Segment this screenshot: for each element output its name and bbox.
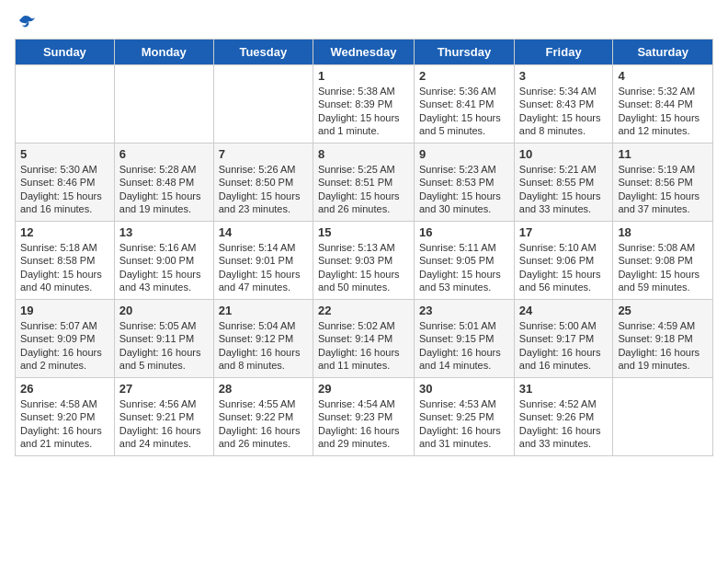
day-info-line: Daylight: 16 hours and 11 minutes. — [318, 346, 409, 373]
day-info-line: Sunrise: 4:54 AM — [318, 397, 409, 410]
day-info-line: Daylight: 15 hours and 23 minutes. — [219, 190, 308, 216]
day-info-line: Sunrise: 5:01 AM — [419, 319, 509, 332]
day-info-line: Sunset: 9:11 PM — [119, 332, 209, 345]
day-info-line: Daylight: 16 hours and 29 minutes. — [318, 424, 409, 451]
day-number: 26 — [20, 382, 109, 396]
calendar-cell-2-1: 5Sunrise: 5:30 AMSunset: 8:46 PMDaylight… — [16, 144, 115, 222]
day-info-line: Daylight: 15 hours and 59 minutes. — [618, 268, 708, 294]
day-info-line: Sunset: 9:20 PM — [20, 410, 109, 423]
calendar-cell-3-7: 18Sunrise: 5:08 AMSunset: 9:08 PMDayligh… — [613, 222, 713, 300]
day-info-line: Sunset: 9:12 PM — [219, 332, 308, 345]
day-info-line: Daylight: 16 hours and 31 minutes. — [419, 424, 509, 451]
day-info-line: Sunrise: 5:11 AM — [419, 241, 509, 254]
day-number: 9 — [419, 147, 509, 161]
day-info-line: Sunset: 9:08 PM — [618, 254, 708, 267]
calendar-cell-3-3: 14Sunrise: 5:14 AMSunset: 9:01 PMDayligh… — [213, 222, 313, 300]
day-info-line: Sunset: 8:44 PM — [618, 98, 708, 110]
day-number: 14 — [219, 225, 308, 239]
day-info-line: Sunrise: 5:08 AM — [618, 241, 708, 254]
calendar-cell-1-4: 1Sunrise: 5:38 AMSunset: 8:39 PMDaylight… — [313, 65, 414, 144]
day-number: 1 — [318, 69, 409, 83]
calendar-cell-1-7: 4Sunrise: 5:32 AMSunset: 8:44 PMDaylight… — [613, 65, 713, 144]
day-info-line: Sunrise: 5:13 AM — [318, 241, 409, 254]
day-info-line: Sunset: 9:15 PM — [419, 332, 509, 345]
day-info-line: Sunrise: 5:16 AM — [119, 241, 209, 254]
day-info-line: Sunset: 8:43 PM — [519, 98, 609, 110]
day-info-line: Sunset: 8:55 PM — [519, 176, 609, 189]
calendar-cell-3-2: 13Sunrise: 5:16 AMSunset: 9:00 PMDayligh… — [114, 222, 213, 300]
day-info-line: Daylight: 15 hours and 50 minutes. — [318, 268, 409, 294]
calendar-cell-1-5: 2Sunrise: 5:36 AMSunset: 8:41 PMDaylight… — [415, 65, 515, 144]
day-info-line: Sunset: 9:22 PM — [219, 410, 308, 423]
day-info-line: Sunrise: 5:36 AM — [419, 85, 509, 98]
day-info-line: Sunrise: 5:30 AM — [20, 163, 109, 176]
day-info-line: Sunrise: 5:23 AM — [419, 163, 509, 176]
day-info-line: Sunset: 8:41 PM — [419, 98, 509, 110]
day-number: 20 — [119, 304, 209, 317]
calendar-cell-3-6: 17Sunrise: 5:10 AMSunset: 9:06 PMDayligh… — [514, 222, 613, 300]
day-info-line: Daylight: 15 hours and 56 minutes. — [519, 268, 609, 294]
day-info-line: Sunset: 8:53 PM — [419, 176, 509, 189]
day-info-line: Daylight: 16 hours and 24 minutes. — [119, 424, 209, 451]
day-info-line: Daylight: 16 hours and 26 minutes. — [219, 424, 308, 451]
calendar-cell-2-2: 6Sunrise: 5:28 AMSunset: 8:48 PMDaylight… — [114, 144, 213, 222]
calendar-cell-4-4: 22Sunrise: 5:02 AMSunset: 9:14 PMDayligh… — [313, 300, 414, 378]
day-info-line: Daylight: 16 hours and 8 minutes. — [219, 346, 308, 373]
day-info-line: Daylight: 15 hours and 26 minutes. — [318, 190, 409, 216]
logo — [15, 15, 36, 31]
day-info-line: Sunset: 8:56 PM — [618, 176, 708, 189]
day-info-line: Sunrise: 5:32 AM — [618, 85, 708, 98]
day-info-line: Sunrise: 5:26 AM — [219, 163, 308, 176]
day-info-line: Daylight: 15 hours and 43 minutes. — [119, 268, 209, 294]
page-header — [15, 15, 713, 31]
column-header-wednesday: Wednesday — [313, 40, 414, 65]
day-info-line: Daylight: 16 hours and 5 minutes. — [119, 346, 209, 373]
column-header-friday: Friday — [514, 40, 613, 65]
day-info-line: Sunrise: 5:34 AM — [519, 85, 609, 98]
day-info-line: Sunset: 9:01 PM — [219, 254, 308, 267]
day-number: 11 — [618, 147, 708, 161]
day-info-line: Sunrise: 5:25 AM — [318, 163, 409, 176]
column-header-tuesday: Tuesday — [213, 40, 313, 65]
calendar-cell-5-2: 27Sunrise: 4:56 AMSunset: 9:21 PMDayligh… — [114, 378, 213, 456]
day-number: 18 — [618, 225, 708, 239]
calendar-cell-5-4: 29Sunrise: 4:54 AMSunset: 9:23 PMDayligh… — [313, 378, 414, 456]
day-info-line: Sunrise: 5:18 AM — [20, 241, 109, 254]
calendar-cell-4-5: 23Sunrise: 5:01 AMSunset: 9:15 PMDayligh… — [415, 300, 515, 378]
day-info-line: Daylight: 15 hours and 40 minutes. — [20, 268, 109, 294]
day-number: 6 — [119, 147, 209, 161]
day-info-line: Sunset: 9:21 PM — [119, 410, 209, 423]
day-info-line: Sunrise: 5:05 AM — [119, 319, 209, 332]
day-number: 25 — [618, 304, 708, 317]
day-info-line: Daylight: 16 hours and 14 minutes. — [419, 346, 509, 373]
day-number: 24 — [519, 304, 609, 317]
day-info-line: Daylight: 15 hours and 19 minutes. — [119, 190, 209, 216]
day-number: 7 — [219, 147, 308, 161]
day-info-line: Sunset: 9:00 PM — [119, 254, 209, 267]
day-info-line: Daylight: 16 hours and 33 minutes. — [519, 424, 609, 451]
day-info-line: Sunrise: 4:53 AM — [419, 397, 509, 410]
day-number: 13 — [119, 225, 209, 239]
day-number: 28 — [219, 382, 308, 396]
day-number: 21 — [219, 304, 308, 317]
calendar-cell-2-4: 8Sunrise: 5:25 AMSunset: 8:51 PMDaylight… — [313, 144, 414, 222]
day-info-line: Sunset: 9:23 PM — [318, 410, 409, 423]
day-info-line: Sunset: 9:26 PM — [519, 410, 609, 423]
calendar-cell-5-1: 26Sunrise: 4:58 AMSunset: 9:20 PMDayligh… — [16, 378, 115, 456]
day-number: 23 — [419, 304, 509, 317]
day-number: 30 — [419, 382, 509, 396]
column-header-monday: Monday — [114, 40, 213, 65]
day-info-line: Sunrise: 4:59 AM — [618, 319, 708, 332]
day-number: 5 — [20, 147, 109, 161]
calendar-cell-1-6: 3Sunrise: 5:34 AMSunset: 8:43 PMDaylight… — [514, 65, 613, 144]
day-info-line: Daylight: 15 hours and 5 minutes. — [419, 111, 509, 138]
calendar-cell-2-6: 10Sunrise: 5:21 AMSunset: 8:55 PMDayligh… — [514, 144, 613, 222]
day-info-line: Sunset: 8:58 PM — [20, 254, 109, 267]
calendar-cell-4-7: 25Sunrise: 4:59 AMSunset: 9:18 PMDayligh… — [613, 300, 713, 378]
day-number: 19 — [20, 304, 109, 317]
day-info-line: Sunset: 9:05 PM — [419, 254, 509, 267]
day-info-line: Daylight: 15 hours and 37 minutes. — [618, 190, 708, 216]
day-number: 31 — [519, 382, 609, 396]
day-info-line: Daylight: 15 hours and 33 minutes. — [519, 190, 609, 216]
day-info-line: Sunrise: 5:10 AM — [519, 241, 609, 254]
